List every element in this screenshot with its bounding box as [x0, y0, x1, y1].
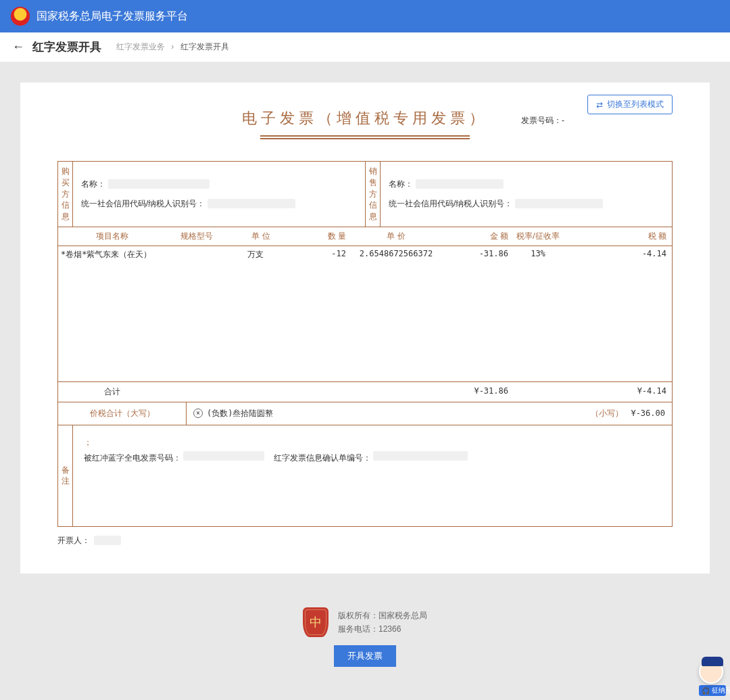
top-header: 国家税务总局电子发票服务平台 [0, 0, 730, 32]
invoice-title: 电子发票（增值税专用发票） [57, 108, 673, 129]
items-body: *卷烟*紫气东来（在天） 万支 -12 2.6548672566372 -31.… [58, 246, 672, 381]
breadcrumb-trail: 红字发票业务 › 红字发票开具 [116, 41, 229, 53]
seller-taxid-value [515, 199, 603, 208]
issuer-value [94, 536, 121, 545]
blue-invoice-no-value [183, 451, 264, 461]
grand-total-small: ¥-36.00 [631, 409, 665, 418]
breadcrumb-current: 红字发票开具 [180, 42, 229, 51]
remark-section: 备注 ； 被红冲蓝字全电发票号码： 红字发票信息确认单编号： [58, 425, 672, 526]
swap-icon: ⇄ [596, 100, 603, 110]
page-title: 红字发票开具 [32, 39, 101, 55]
breadcrumb-business[interactable]: 红字发票业务 [116, 42, 165, 51]
seller-label: 销售方信息 [366, 162, 381, 227]
back-arrow-icon[interactable]: ← [12, 40, 24, 54]
invoice-number: 发票号码：- [521, 115, 564, 126]
tax-emblem-icon [11, 7, 30, 26]
platform-title: 国家税务总局电子发票服务平台 [36, 9, 188, 24]
page-footer: 中 版权所有：国家税务总局 服务电话：12366 开具发票 [0, 594, 730, 687]
grand-total-words: (负数)叁拾陆圆整 [207, 408, 273, 419]
switch-list-mode-button[interactable]: ⇄ 切换至列表模式 [587, 95, 673, 114]
footer-copyright: 版权所有：国家税务总局 [338, 609, 427, 622]
seal-mark-icon: × [193, 409, 203, 418]
buyer-name-value [108, 179, 210, 189]
buyer-section: 购买方信息 名称： 统一社会信用代码/纳税人识别号： [58, 162, 365, 227]
item-row: *卷烟*紫气东来（在天） 万支 -12 2.6548672566372 -31.… [58, 246, 672, 263]
footer-hotline: 服务电话：12366 [338, 622, 427, 636]
issuer-row: 开票人： [57, 535, 673, 546]
buyer-taxid-value [208, 199, 295, 208]
invoice-frame: 购买方信息 名称： 统一社会信用代码/纳税人识别号： 销售方信息 名称： 统一社… [57, 161, 673, 527]
items-header: 项目名称 规格型号 单 位 数 量 单 价 金 额 税率/征收率 税 额 [58, 227, 672, 246]
chevron-right-icon: › [171, 42, 174, 51]
tax-shield-icon: 中 [303, 607, 328, 637]
seller-section: 销售方信息 名称： 统一社会信用代码/纳税人识别号： [365, 162, 672, 227]
seller-name-value [416, 179, 504, 189]
buyer-label: 购买方信息 [58, 162, 73, 227]
title-underline [260, 135, 470, 139]
assistant-avatar[interactable]: 🎧征纳互 [699, 659, 726, 687]
subtotal-row: 合计 ¥-31.86 ¥-4.14 [58, 381, 672, 402]
breadcrumb-bar: ← 红字发票开具 红字发票业务 › 红字发票开具 [0, 32, 730, 62]
confirm-no-value [373, 451, 468, 461]
issue-invoice-button[interactable]: 开具发票 [334, 645, 396, 667]
invoice-card: ⇄ 切换至列表模式 发票号码：- 电子发票（增值税专用发票） 购买方信息 名称：… [20, 83, 710, 574]
grand-total-row: 价税合计（大写） × (负数)叁拾陆圆整 （小写） ¥-36.00 [58, 402, 672, 425]
